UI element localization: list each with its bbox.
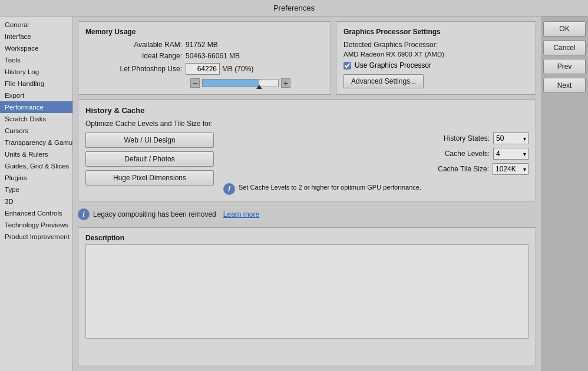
window-title: Preferences (273, 4, 315, 12)
slider-thumb (256, 85, 262, 89)
ideal-range-label: Ideal Range: (85, 52, 186, 60)
available-ram-label: Available RAM: (85, 41, 186, 49)
cache-tile-size-select[interactable]: 128K 256K 512K 1024K (493, 163, 528, 175)
available-ram-value: 91752 MB (186, 41, 218, 49)
history-cache-layout: Web / UI Design Default / Photos Huge Pi… (85, 132, 528, 195)
slider-increase-btn[interactable]: + (281, 78, 290, 88)
history-cache-title: History & Cache (85, 106, 528, 115)
let-photoshop-use-input[interactable]: 64226 (186, 63, 220, 75)
sidebar-item-enhanced-controls[interactable]: Enhanced Controls (0, 207, 72, 219)
graphics-processor-title: Graphics Processor Settings (343, 28, 528, 36)
legacy-info-icon: i (78, 208, 90, 220)
sidebar-item-cursors[interactable]: Cursors (0, 125, 72, 137)
top-section: Memory Usage Available RAM: 91752 MB Ide… (78, 21, 536, 95)
detected-processor-value: AMD Radeon RX 6900 XT (AMD) (343, 51, 528, 58)
graphics-processor-panel: Graphics Processor Settings Detected Gra… (336, 21, 536, 95)
web-ui-design-button[interactable]: Web / UI Design (85, 132, 214, 148)
sidebar-item-technology-previews[interactable]: Technology Previews (0, 219, 72, 231)
learn-more-link[interactable]: Learn more (223, 210, 259, 218)
description-title: Description (85, 234, 528, 242)
cancel-button[interactable]: Cancel (543, 40, 586, 55)
let-photoshop-use-unit: MB (70%) (222, 65, 253, 73)
cache-levels-label: Cache Levels: (445, 150, 490, 158)
ok-button[interactable]: OK (543, 21, 586, 37)
action-buttons: OK Cancel Prev Next (541, 16, 588, 371)
let-photoshop-use-label: Let Photoshop Use: (85, 65, 186, 73)
cache-levels-row: Cache Levels: 1 2 3 4 5 6 (223, 148, 528, 160)
slider-decrease-btn[interactable]: − (190, 78, 200, 88)
detected-label: Detected Graphics Processor: (343, 41, 438, 49)
cache-levels-wrapper: 1 2 3 4 5 6 (493, 148, 528, 160)
content-area: Memory Usage Available RAM: 91752 MB Ide… (73, 16, 541, 371)
description-textarea[interactable] (85, 244, 528, 339)
history-states-wrapper: 20 50 100 200 (493, 132, 528, 144)
prev-button[interactable]: Prev (543, 59, 586, 74)
title-bar: Preferences (0, 0, 588, 16)
next-button[interactable]: Next (543, 78, 586, 93)
detected-processor-label: Detected Graphics Processor: (343, 41, 528, 49)
description-panel: Description (78, 227, 536, 366)
sidebar-item-interface[interactable]: Interface (0, 31, 72, 42)
sidebar-item-3d[interactable]: 3D (0, 196, 72, 207)
sidebar-item-type[interactable]: Type (0, 184, 72, 196)
cache-info-icon: i (223, 183, 235, 195)
let-photoshop-use-row: Let Photoshop Use: 64226 MB (70%) (85, 63, 323, 75)
cache-tile-size-label: Cache Tile Size: (438, 165, 489, 173)
use-graphics-processor-checkbox[interactable] (343, 62, 351, 69)
available-ram-row: Available RAM: 91752 MB (85, 41, 323, 49)
use-graphics-processor-row: Use Graphics Processor (343, 61, 528, 69)
history-states-label: History States: (444, 134, 490, 143)
history-states-row: History States: 20 50 100 200 (223, 132, 528, 144)
ideal-range-row: Ideal Range: 50463-66061 MB (85, 52, 323, 60)
sidebar-item-performance[interactable]: Performance (0, 101, 72, 113)
slider-track[interactable] (202, 79, 279, 87)
sidebar-item-guides-grid-slices[interactable]: Guides, Grid & Slices (0, 160, 72, 172)
history-states-select[interactable]: 20 50 100 200 (493, 132, 528, 144)
sidebar-item-units-rulers[interactable]: Units & Rulers (0, 148, 72, 160)
sidebar-item-history-log[interactable]: History Log (0, 66, 72, 78)
sidebar: General Interface Workspace Tools Histor… (0, 16, 73, 371)
legacy-notice-row: i Legacy compositing has been removed Le… (78, 206, 536, 223)
sidebar-item-workspace[interactable]: Workspace (0, 42, 72, 54)
legacy-text: Legacy compositing has been removed (93, 210, 216, 218)
cache-levels-select[interactable]: 1 2 3 4 5 6 (493, 148, 528, 160)
sidebar-item-file-handling[interactable]: File Handling (0, 78, 72, 90)
optimize-label: Optimize Cache Levels and Tile Size for: (85, 120, 528, 128)
cache-preset-buttons: Web / UI Design Default / Photos Huge Pi… (85, 132, 214, 195)
default-photos-button[interactable]: Default / Photos (85, 151, 214, 167)
slider-control: − + (190, 78, 290, 88)
cache-info-text: Set Cache Levels to 2 or higher for opti… (239, 183, 421, 192)
memory-usage-title: Memory Usage (85, 28, 323, 36)
slider-row: − + (85, 78, 323, 88)
history-cache-panel: History & Cache Optimize Cache Levels an… (78, 100, 536, 201)
sidebar-item-scratch-disks[interactable]: Scratch Disks (0, 113, 72, 125)
advanced-settings-button[interactable]: Advanced Settings... (343, 74, 424, 88)
memory-usage-panel: Memory Usage Available RAM: 91752 MB Ide… (78, 21, 331, 95)
sidebar-item-tools[interactable]: Tools (0, 54, 72, 66)
sidebar-item-export[interactable]: Export (0, 90, 72, 101)
cache-controls: History States: 20 50 100 200 Cache Leve… (223, 132, 528, 195)
cache-info-row: i Set Cache Levels to 2 or higher for op… (223, 183, 528, 195)
cache-tile-size-row: Cache Tile Size: 128K 256K 512K 1024K (223, 163, 528, 175)
use-graphics-processor-label: Use Graphics Processor (355, 61, 431, 69)
sidebar-item-general[interactable]: General (0, 19, 72, 31)
sidebar-item-plugins[interactable]: Plugins (0, 172, 72, 184)
sidebar-item-transparency-gamut[interactable]: Transparency & Gamut (0, 137, 72, 148)
ideal-range-value: 50463-66061 MB (186, 52, 240, 60)
sidebar-item-product-improvement[interactable]: Product Improvement (0, 231, 72, 243)
cache-tile-size-wrapper: 128K 256K 512K 1024K (493, 163, 528, 175)
huge-pixel-button[interactable]: Huge Pixel Dimensions (85, 170, 214, 186)
